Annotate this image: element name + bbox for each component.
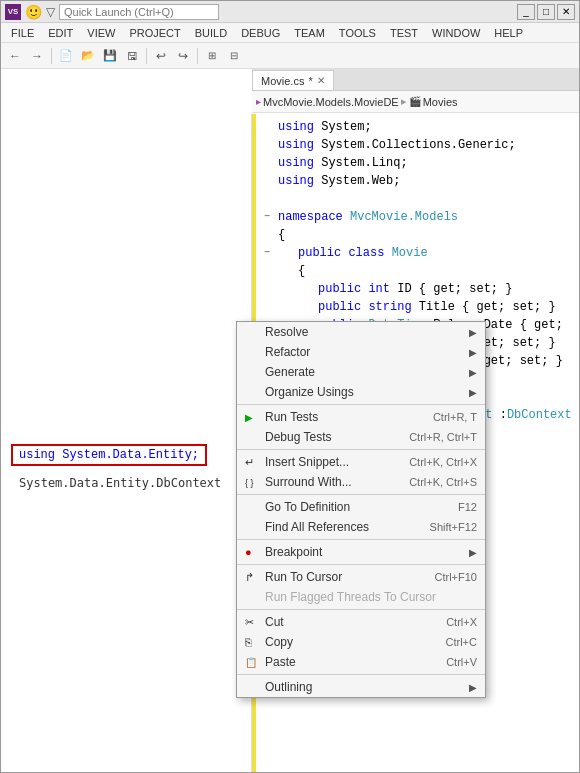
ctx-debug-tests[interactable]: Debug Tests Ctrl+R, Ctrl+T [237, 427, 485, 447]
ctx-insert-snippet-label: Insert Snippet... [265, 455, 409, 469]
minimize-button[interactable]: _ [517, 4, 535, 20]
redo-button[interactable]: ↪ [173, 46, 193, 66]
undo-button[interactable]: ↩ [151, 46, 171, 66]
run-tests-icon [245, 411, 261, 423]
ctx-separator-1 [237, 404, 485, 405]
ctx-resolve-label: Resolve [265, 325, 469, 339]
menu-tools[interactable]: TOOLS [333, 25, 382, 41]
save-all-button[interactable]: 🖫 [122, 46, 142, 66]
ctx-copy[interactable]: Copy Ctrl+C [237, 632, 485, 652]
ctx-refactor[interactable]: Refactor ▶ [237, 342, 485, 362]
forward-icon: → [31, 49, 43, 63]
tab-movie-cs[interactable]: Movie.cs * ✕ [252, 70, 334, 90]
breakpoint-icon [245, 546, 261, 558]
menu-debug[interactable]: DEBUG [235, 25, 286, 41]
ctx-find-all-references-shortcut: Shift+F12 [430, 521, 477, 533]
context-menu: Resolve ▶ Refactor ▶ Generate ▶ Organize… [236, 321, 486, 698]
ctx-separator-5 [237, 564, 485, 565]
tab-modified-indicator: * [308, 75, 312, 87]
ctx-go-to-definition-label: Go To Definition [265, 500, 458, 514]
toolbar-separator-2 [146, 48, 147, 64]
misc-button-1[interactable]: ⊞ [202, 46, 222, 66]
ctx-surround-with-shortcut: Ctrl+K, Ctrl+S [409, 476, 477, 488]
code-line: public int ID { get; set; } [256, 280, 579, 298]
ctx-run-flagged-threads: Run Flagged Threads To Cursor [237, 587, 485, 607]
menu-help[interactable]: HELP [488, 25, 529, 41]
ctx-copy-shortcut: Ctrl+C [446, 636, 477, 648]
menu-edit[interactable]: EDIT [42, 25, 79, 41]
save-button[interactable]: 💾 [100, 46, 120, 66]
misc-button-2[interactable]: ⊟ [224, 46, 244, 66]
smiley-icon: 🙂 [25, 4, 42, 20]
ctx-find-all-references-label: Find All References [265, 520, 430, 534]
menu-build[interactable]: BUILD [189, 25, 233, 41]
highlighted-code-box: using System.Data.Entity; [11, 444, 207, 466]
ctx-separator-3 [237, 494, 485, 495]
window-controls: _ □ ✕ [517, 4, 575, 20]
restore-button[interactable]: □ [537, 4, 555, 20]
menu-bar: FILE EDIT VIEW PROJECT BUILD DEBUG TEAM … [1, 23, 579, 43]
code-line: public string Title { get; set; } [256, 298, 579, 316]
highlighted-code-text: using System.Data.Entity; [19, 448, 199, 462]
ctx-copy-label: Copy [265, 635, 446, 649]
refactor-arrow-icon: ▶ [469, 347, 477, 358]
ctx-surround-with-label: Surround With... [265, 475, 409, 489]
quick-launch-input[interactable] [59, 4, 219, 20]
ctx-paste[interactable]: Paste Ctrl+V [237, 652, 485, 672]
menu-view[interactable]: VIEW [81, 25, 121, 41]
forward-button[interactable]: → [27, 46, 47, 66]
ctx-insert-snippet[interactable]: Insert Snippet... Ctrl+K, Ctrl+X [237, 452, 485, 472]
undo-icon: ↩ [156, 49, 166, 63]
ctx-run-to-cursor-shortcut: Ctrl+F10 [435, 571, 478, 583]
ctx-run-tests-shortcut: Ctrl+R, T [433, 411, 477, 423]
ctx-outlining[interactable]: Outlining ▶ [237, 677, 485, 697]
new-doc-button[interactable]: 📄 [56, 46, 76, 66]
menu-project[interactable]: PROJECT [123, 25, 186, 41]
suggestion-text: System.Data.Entity.DbContext [19, 476, 221, 490]
suggestion-item[interactable]: System.Data.Entity.DbContext [11, 474, 229, 492]
breadcrumb-separator: ▸ [401, 95, 407, 108]
ctx-organize-usings[interactable]: Organize Usings ▶ [237, 382, 485, 402]
ctx-run-tests[interactable]: Run Tests Ctrl+R, T [237, 407, 485, 427]
title-bar: VS 🙂 ▽ _ □ ✕ [1, 1, 579, 23]
ctx-go-to-definition-shortcut: F12 [458, 501, 477, 513]
breadcrumb-item-icon: 🎬 [409, 96, 421, 107]
ctx-separator-4 [237, 539, 485, 540]
ctx-go-to-definition[interactable]: Go To Definition F12 [237, 497, 485, 517]
code-line: using System; [256, 118, 579, 136]
ctx-run-to-cursor-label: Run To Cursor [265, 570, 435, 584]
ctx-separator-6 [237, 609, 485, 610]
back-button[interactable]: ← [5, 46, 25, 66]
open-button[interactable]: 📂 [78, 46, 98, 66]
ctx-run-to-cursor[interactable]: Run To Cursor Ctrl+F10 [237, 567, 485, 587]
ctx-outlining-label: Outlining [265, 680, 469, 694]
redo-icon: ↪ [178, 49, 188, 63]
close-button[interactable]: ✕ [557, 4, 575, 20]
save-all-icon: 🖫 [127, 50, 138, 62]
title-bar-left: VS 🙂 ▽ [5, 4, 219, 20]
code-line: using System.Linq; [256, 154, 579, 172]
ctx-resolve[interactable]: Resolve ▶ [237, 322, 485, 342]
ctx-breakpoint-label: Breakpoint [265, 545, 469, 559]
menu-file[interactable]: FILE [5, 25, 40, 41]
breadcrumb-item[interactable]: Movies [423, 96, 458, 108]
ctx-insert-snippet-shortcut: Ctrl+K, Ctrl+X [409, 456, 477, 468]
ctx-debug-tests-shortcut: Ctrl+R, Ctrl+T [409, 431, 477, 443]
ctx-cut[interactable]: Cut Ctrl+X [237, 612, 485, 632]
code-line: using System.Web; [256, 172, 579, 190]
ctx-surround-with[interactable]: Surround With... Ctrl+K, Ctrl+S [237, 472, 485, 492]
code-line: { [256, 262, 579, 280]
tab-close-button[interactable]: ✕ [317, 75, 325, 86]
vs-window: VS 🙂 ▽ _ □ ✕ FILE EDIT VIEW PROJECT BUIL… [0, 0, 580, 773]
ctx-breakpoint[interactable]: Breakpoint ▶ [237, 542, 485, 562]
menu-window[interactable]: WINDOW [426, 25, 486, 41]
menu-team[interactable]: TEAM [288, 25, 331, 41]
vs-logo-icon: VS [5, 4, 21, 20]
breadcrumb-namespace[interactable]: MvcMovie.Models.MovieDE [263, 96, 399, 108]
ctx-find-all-references[interactable]: Find All References Shift+F12 [237, 517, 485, 537]
back-icon: ← [9, 49, 21, 63]
ctx-generate[interactable]: Generate ▶ [237, 362, 485, 382]
menu-test[interactable]: TEST [384, 25, 424, 41]
ctx-paste-shortcut: Ctrl+V [446, 656, 477, 668]
ctx-cut-shortcut: Ctrl+X [446, 616, 477, 628]
